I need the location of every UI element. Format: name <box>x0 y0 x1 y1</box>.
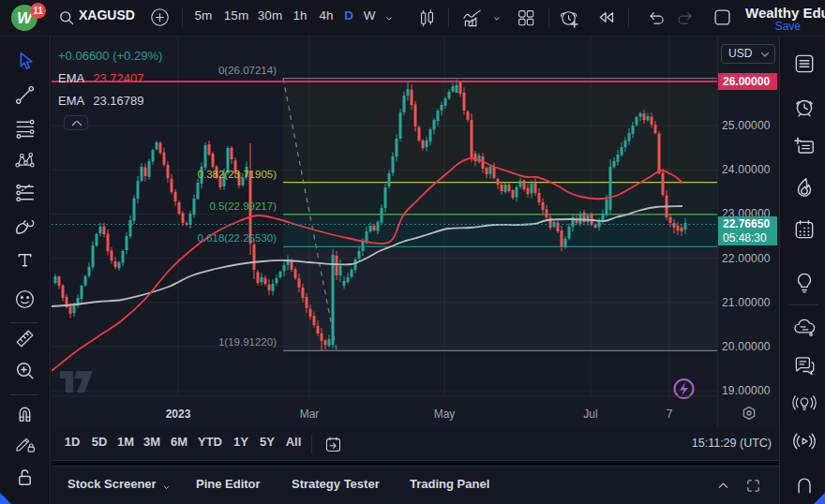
svg-text:0.382(23.71905): 0.382(23.71905) <box>198 169 278 180</box>
svg-text:7: 7 <box>667 408 673 421</box>
svg-text:0.5(22.99217): 0.5(22.99217) <box>209 200 277 212</box>
svg-text:1(19.91220): 1(19.91220) <box>218 336 277 348</box>
svg-text:2023: 2023 <box>166 408 191 421</box>
svg-text:0(26.07214): 0(26.07214) <box>218 65 277 76</box>
svg-text:Mar: Mar <box>300 408 320 421</box>
svg-text:May: May <box>434 408 456 421</box>
svg-text:Jul: Jul <box>583 408 597 421</box>
svg-text:0.618(22.26530): 0.618(22.26530) <box>198 232 278 244</box>
